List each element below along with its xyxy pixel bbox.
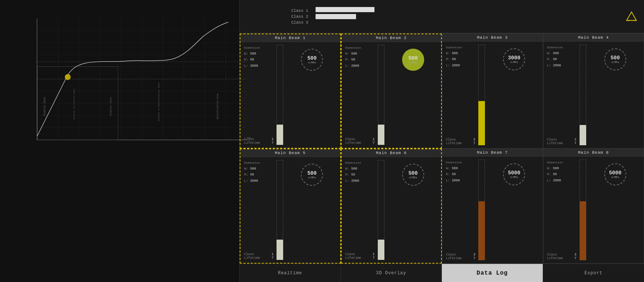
class2-label: Class 2 [291,14,308,19]
beam-cell-beam6: Main Beam 6Dimension W: 500 H: 50 L: 200… [341,149,442,264]
stress-circle-beam7: 5000σ/MPa [503,163,525,185]
stress-circle-beam5: 500σ/MPa [301,164,323,186]
beam-bar-beam8 [580,201,586,260]
stress-unit-beam7: σ/MPa [510,176,518,179]
beam-bar-beam1 [277,125,283,145]
dim-block-beam8: Dimension W: 500 H: 50 L: 2000 [547,160,577,184]
beam-cell-beam4: Main Beam 4Dimension W: 500 H: 50 L: 200… [543,34,644,149]
class-lifetime-beam6: Class1 Lifetime7 [345,253,375,260]
class-lifetime-beam5: Class1 Lifetime7 [244,253,274,260]
beam-left-beam1: Dimension W: 500 H: 50 L: 2000Class1 Lif… [244,45,274,145]
beams-grid: Main Beam 1Dimension W: 500 H: 50 L: 200… [240,33,644,264]
class-lifetime-beam3: Class2 Lifetime7 [446,138,475,145]
beam-cell-beam1: Main Beam 1Dimension W: 500 H: 50 L: 200… [240,34,341,149]
class2-bar [316,14,356,19]
footer-item-export[interactable]: Export [543,264,644,282]
zone-label-elastic-plastic: Elastic to Plastic Zone [73,89,75,119]
beam-content-beam1: Dimension W: 500 H: 50 L: 2000Class1 Lif… [240,42,340,148]
circle-area-beam2: 500σ/MPa [389,45,438,145]
dim-block-beam2: Dimension W: 500 H: 50 L: 2000 [345,45,375,69]
stress-circle-beam8: 5000σ/MPa [604,163,626,185]
stress-val-beam8: 5000 [609,170,622,176]
class-description [11,151,228,154]
left-panel: Elastic Zone Elastic to Plastic Zone Pla… [0,0,239,282]
beam-bar-beam3 [478,101,485,145]
dim-block-beam7: Dimension W: 500 H: 50 L: 2000 [446,160,475,184]
header: Class 1 Class 2 Class 3 [240,0,644,33]
stress-circle-beam4: 500σ/MPa [604,48,626,70]
beam-bar-beam6 [378,240,384,260]
stress-val-beam4: 500 [610,55,620,61]
stress-val-beam7: 5000 [508,170,520,176]
bar-area-beam7 [478,160,486,260]
class-lifetime-beam8: Class3 Lifetime7 [547,253,577,260]
beam-left-beam4: Dimension W: 500 H: 50 L: 2000Class1 Lif… [547,45,577,145]
class3-label: Class 3 [291,20,308,25]
stress-val-beam1: 500 [307,55,317,61]
stress-unit-beam8: σ/MPa [611,176,619,179]
circle-area-beam7: 5000σ/MPa [489,160,539,260]
class1-bar [316,7,374,12]
beam-bar-beam5 [277,240,283,260]
svg-marker-20 [627,12,636,20]
zone-label-densification: Densification Zone [217,93,219,119]
stress-val-beam2: 500 [408,55,418,61]
stress-circle-beam1: 500σ/MPa [301,49,323,71]
zone-label-plastic-densification: Plastic to Densification Zone [158,83,160,121]
beam-content-beam5: Dimension W: 500 H: 50 L: 2000Class1 Lif… [240,157,340,263]
bar-area-beam4 [580,45,588,145]
stress-unit-beam5: σ/MPa [308,176,316,179]
footer-item-data-log[interactable]: Data Log [442,264,543,282]
beam-cell-beam2: Main Beam 2Dimension W: 500 H: 50 L: 200… [341,34,442,149]
beam-header-beam6: Main Beam 6 [342,149,441,157]
circle-area-beam4: 500σ/MPa [591,45,640,145]
beam-header-beam1: Main Beam 1 [240,34,340,42]
stress-unit-beam4: σ/MPa [611,61,619,64]
footer-nav[interactable]: Realtime3D OverlayData LogExport [240,264,644,282]
stress-val-beam6: 500 [408,170,418,176]
class-lifetime-beam4: Class1 Lifetime7 [547,138,577,145]
beam-content-beam4: Dimension W: 500 H: 50 L: 2000Class1 Lif… [543,42,644,148]
beam-cell-beam5: Main Beam 5Dimension W: 500 H: 50 L: 200… [240,149,341,264]
logo [625,11,638,22]
beam-left-beam3: Dimension W: 500 H: 50 L: 2000Class2 Lif… [446,45,475,145]
header-class-bars [316,7,374,26]
footer-item-3d-overlay[interactable]: 3D Overlay [341,264,442,282]
beam-bar-beam2 [378,125,384,145]
beam-cell-beam7: Main Beam 7Dimension W: 500 H: 50 L: 200… [442,149,543,264]
stress-val-beam5: 500 [307,170,317,176]
stress-unit-beam1: σ/MPa [308,61,316,64]
circle-area-beam6: 500σ/MPa [389,160,438,260]
stress-circle-beam3: 3000σ/MPa [503,48,525,70]
circle-area-beam5: 500σ/MPa [288,160,337,260]
header-classes: Class 1 Class 2 Class 3 [291,8,308,25]
beam-header-beam5: Main Beam 5 [240,149,340,157]
stress-strain-chart: Elastic Zone Elastic to Plastic Zone Pla… [37,18,247,140]
zone-label-plastic: Plastic Zone [109,97,112,116]
footer-item-realtime[interactable]: Realtime [240,264,341,282]
class-indicator-dot [65,74,71,80]
circle-area-beam1: 500σ/MPa [288,45,337,145]
stress-circle-beam2: 500σ/MPa [402,49,424,71]
beam-header-beam7: Main Beam 7 [442,149,543,157]
beam-cell-beam3: Main Beam 3Dimension W: 500 H: 50 L: 200… [442,34,543,149]
zone-label-elastic: Elastic Zone [43,97,46,116]
class3-bar [316,21,374,26]
class-lifetime-beam2: Class1 Lifetime7 [345,137,375,145]
logo-icon [625,11,638,22]
beam-header-beam2: Main Beam 2 [342,34,441,42]
class-lifetime-beam1: Class1 Lifetime7 [244,137,274,145]
dim-block-beam1: Dimension W: 500 H: 50 L: 2000 [244,45,274,69]
dim-block-beam5: Dimension W: 500 H: 50 L: 2000 [244,160,274,184]
beam-left-beam8: Dimension W: 500 H: 50 L: 2000Class3 Lif… [547,160,577,260]
dim-block-beam3: Dimension W: 500 H: 50 L: 2000 [446,45,475,69]
stress-unit-beam3: σ/MPa [510,61,518,64]
stress-unit-beam2: σ/MPa [409,61,417,64]
beam-bar-beam7 [478,201,485,260]
beam-content-beam2: Dimension W: 500 H: 50 L: 2000Class1 Lif… [342,42,441,148]
right-panel: Class 1 Class 2 Class 3 Main Beam 1Dimen… [239,0,644,282]
beam-header-beam3: Main Beam 3 [442,34,543,42]
class1-label: Class 1 [291,8,308,13]
class-lifetime-beam7: Class3 Lifetime7 [446,253,475,260]
circle-area-beam3: 3000σ/MPa [489,45,539,145]
